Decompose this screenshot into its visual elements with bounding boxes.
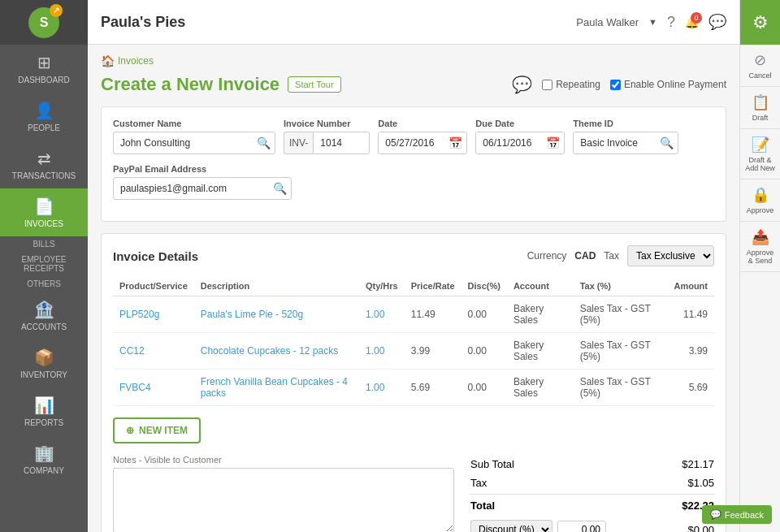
cell-disc-0[interactable]: 0.00 <box>462 296 507 333</box>
chat-topbar-icon[interactable]: 💬 <box>708 13 726 31</box>
sidebar-item-bills[interactable]: Bills <box>0 236 88 252</box>
breadcrumb-label[interactable]: Invoices <box>118 55 154 67</box>
cell-desc-1[interactable]: Chocolate Cupcakes - 12 packs <box>194 333 359 370</box>
customer-name-input[interactable] <box>113 132 275 154</box>
approve-send-button[interactable]: 📤 Approve & Send <box>740 222 781 272</box>
feedback-label: Feedback <box>725 510 764 520</box>
cell-qty-2[interactable]: 1.00 <box>359 370 405 406</box>
draft-button[interactable]: 📋 Draft <box>740 87 781 129</box>
cell-tax-2[interactable]: Sales Tax - GST (5%) <box>574 370 668 406</box>
sidebar-item-inventory[interactable]: 📦 Inventory <box>0 340 88 387</box>
total-row: Total $22.22 <box>470 494 714 515</box>
cell-disc-1[interactable]: 0.00 <box>462 333 507 370</box>
enable-payment-option[interactable]: Enable Online Payment <box>610 79 726 90</box>
cell-qty-0[interactable]: 1.00 <box>359 296 405 333</box>
invoice-details: Invoice Details Currency CAD Tax Tax Exc… <box>101 233 726 532</box>
repeating-option[interactable]: Repeating <box>542 79 600 90</box>
currency-label: Currency <box>527 250 567 262</box>
draft-add-label: Draft & Add New <box>744 156 777 172</box>
date-label: Date <box>378 119 467 128</box>
table-body: PLP520g Paula's Lime Pie - 520g 1.00 11.… <box>113 296 714 406</box>
cell-price-2[interactable]: 5.69 <box>405 370 462 406</box>
sub-total-value: $21.17 <box>682 458 714 470</box>
date-calendar-icon[interactable]: 📅 <box>448 136 462 149</box>
sub-total-row: Sub Total $21.17 <box>470 455 714 474</box>
settings-button[interactable]: ⚙ <box>740 0 781 45</box>
app-logo[interactable]: S <box>0 0 88 45</box>
cell-account-0[interactable]: Bakery Sales <box>507 296 574 333</box>
page-title: Create a New Invoice <box>101 74 280 95</box>
tax-label: Tax <box>604 250 619 262</box>
sidebar-item-others[interactable]: Others <box>0 276 88 292</box>
invoice-number-input[interactable] <box>313 132 370 154</box>
user-menu[interactable]: Paula Walker <box>576 16 639 28</box>
cell-account-1[interactable]: Bakery Sales <box>507 333 574 370</box>
invoice-table: Product/Service Description Qty/Hrs Pric… <box>113 276 714 406</box>
currency-value: CAD <box>574 250 596 262</box>
customer-name-label: Customer Name <box>113 119 275 128</box>
notes-textarea[interactable] <box>113 468 454 532</box>
sidebar-item-company[interactable]: 🏢 Company <box>0 435 88 483</box>
reports-icon: 📊 <box>34 396 54 415</box>
details-title: Invoice Details <box>113 249 198 263</box>
cell-qty-1[interactable]: 1.00 <box>359 333 405 370</box>
table-row: PLP520g Paula's Lime Pie - 520g 1.00 11.… <box>113 296 714 333</box>
sidebar-item-employee-receipts[interactable]: Employee Receipts <box>0 252 88 276</box>
cell-price-1[interactable]: 3.99 <box>405 333 462 370</box>
support-chat-icon[interactable]: 💬 <box>512 75 532 94</box>
logo-icon: S <box>28 7 59 38</box>
table-header: Product/Service Description Qty/Hrs Pric… <box>113 276 714 296</box>
paypal-input[interactable] <box>113 177 292 200</box>
cell-amount-1[interactable]: 3.99 <box>667 333 714 370</box>
paypal-group: PayPal Email Address 🔍 <box>113 164 292 200</box>
sidebar-item-reports[interactable]: 📊 Reports <box>0 387 88 435</box>
due-date-calendar-icon[interactable]: 📅 <box>546 136 560 149</box>
cell-disc-2[interactable]: 0.00 <box>462 370 507 406</box>
cell-account-2[interactable]: Bakery Sales <box>507 370 574 406</box>
approve-label: Approve <box>747 206 774 214</box>
cell-tax-0[interactable]: Sales Tax - GST (5%) <box>574 296 668 333</box>
help-icon[interactable]: ? <box>667 14 675 31</box>
due-date-group: Due Date 📅 <box>475 119 565 154</box>
start-tour-button[interactable]: Start Tour <box>288 76 341 93</box>
sidebar-item-accounts[interactable]: 🏦 Accounts <box>0 292 88 340</box>
sub-total-label: Sub Total <box>470 458 514 470</box>
theme-search-icon: 🔍 <box>660 136 674 149</box>
due-date-input-wrap: 📅 <box>475 132 565 154</box>
tax-select[interactable]: Tax Exclusive Tax Inclusive No Tax <box>627 245 714 266</box>
cancel-button[interactable]: ⊘ Cancel <box>740 45 781 87</box>
sidebar-item-invoices[interactable]: 📄 Invoices <box>0 188 88 236</box>
repeating-checkbox[interactable] <box>542 80 552 90</box>
col-product: Product/Service <box>113 276 194 296</box>
approve-button[interactable]: 🔒 Approve <box>740 179 781 222</box>
table-row: FVBC4 French Vanilla Bean Cupcakes - 4 p… <box>113 370 714 406</box>
cell-product-0[interactable]: PLP520g <box>113 296 194 333</box>
sidebar-item-people[interactable]: 👤 People <box>0 93 88 141</box>
cell-product-2[interactable]: FVBC4 <box>113 370 194 406</box>
paypal-label: PayPal Email Address <box>113 164 292 174</box>
cell-price-0[interactable]: 11.49 <box>405 296 462 333</box>
discount-type-select[interactable]: Discount (%) Discount ($) <box>470 520 552 532</box>
cell-product-1[interactable]: CC12 <box>113 333 194 370</box>
discount-input[interactable] <box>557 521 606 532</box>
cell-tax-1[interactable]: Sales Tax - GST (5%) <box>574 333 668 370</box>
notes-label: Notes - Visible to Customer <box>113 455 454 465</box>
sidebar-item-transactions[interactable]: ⇄ Transactions <box>0 141 88 188</box>
new-item-button[interactable]: ⊕ NEW ITEM <box>113 417 201 443</box>
invoices-icon: 📄 <box>34 197 54 216</box>
notification-icon[interactable]: 🔔 0 <box>685 15 699 28</box>
people-icon: 👤 <box>34 101 54 120</box>
draft-add-button[interactable]: 📝 Draft & Add New <box>740 129 781 179</box>
cell-amount-0[interactable]: 11.49 <box>667 296 714 333</box>
cell-amount-2[interactable]: 5.69 <box>667 370 714 406</box>
feedback-icon: 💬 <box>710 509 722 520</box>
cell-desc-2[interactable]: French Vanilla Bean Cupcakes - 4 packs <box>194 370 359 406</box>
notes-section: Notes - Visible to Customer <box>113 455 454 532</box>
content-area: 🏠 Invoices Create a New Invoice Start To… <box>88 45 739 532</box>
sidebar-item-dashboard[interactable]: ⊞ Dashboard <box>0 45 88 93</box>
user-dropdown-arrow[interactable]: ▼ <box>648 17 657 27</box>
feedback-button[interactable]: 💬 Feedback <box>702 505 772 524</box>
enable-payment-checkbox[interactable] <box>610 80 621 90</box>
cell-desc-0[interactable]: Paula's Lime Pie - 520g <box>194 296 359 333</box>
form-section: Customer Name 🔍 Invoice Number INV- Date <box>101 106 726 222</box>
